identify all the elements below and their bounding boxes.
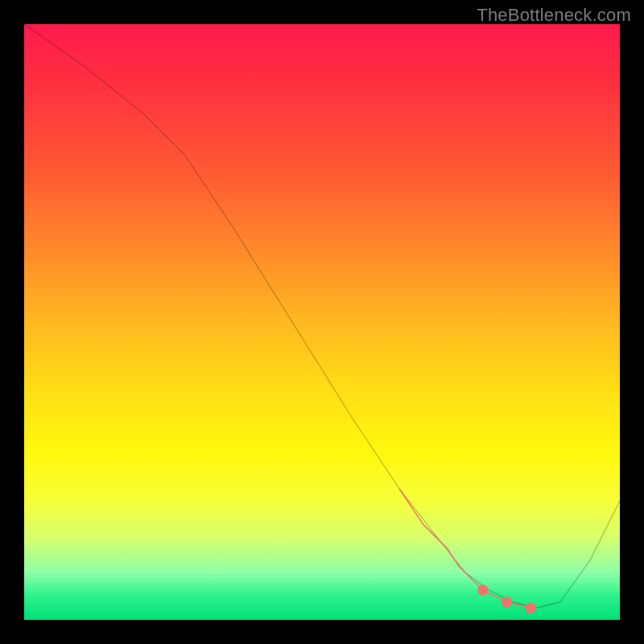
highlighted-range bbox=[399, 489, 530, 608]
chart-stage: TheBottleneck.com bbox=[0, 0, 644, 644]
plot-area bbox=[24, 24, 620, 620]
bottleneck-curve bbox=[24, 24, 620, 608]
highlight-dot bbox=[525, 603, 535, 613]
highlight-dot bbox=[477, 584, 488, 595]
highlight-dot bbox=[502, 597, 512, 607]
watermark-text: TheBottleneck.com bbox=[477, 5, 631, 26]
curve-layer bbox=[24, 24, 620, 620]
highlighted-dots bbox=[477, 584, 536, 613]
